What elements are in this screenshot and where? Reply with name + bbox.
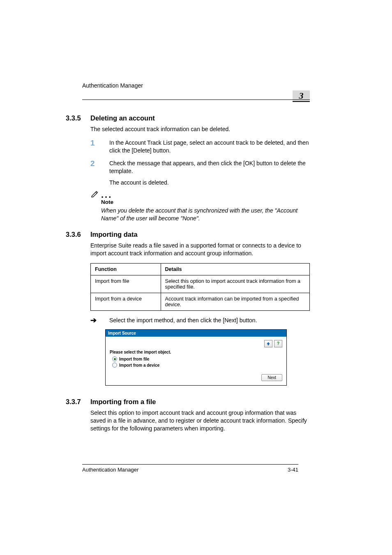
table-row: Import from a device Account track infor… (91, 293, 310, 310)
radio-label: Import from a device (119, 362, 159, 368)
help-button[interactable]: ? (274, 340, 282, 347)
table-cell: Import from a device (91, 293, 161, 310)
body-text: The selected account track information c… (90, 125, 310, 133)
instruction-text: Select the import method, and then click… (109, 317, 257, 324)
note-icon: ... (90, 189, 310, 198)
section-title: Importing from a file (90, 398, 156, 406)
step-number: 1 (90, 139, 109, 147)
next-button[interactable]: Next (261, 374, 282, 381)
step-number: 2 (90, 160, 109, 167)
section-number: 3.3.7 (66, 398, 90, 406)
radio-import-from-file[interactable]: Import from file (112, 356, 282, 362)
table-header: Details (161, 263, 309, 275)
up-level-button[interactable] (264, 340, 272, 347)
ellipsis-icon: ... (101, 192, 112, 198)
step-text: In the Account Track List page, select a… (109, 139, 310, 155)
table-cell: Account track information can be importe… (161, 293, 309, 310)
arrow-icon: ➔ (90, 317, 109, 324)
radio-icon (112, 363, 117, 368)
table-cell: Select this option to import account tra… (161, 275, 309, 293)
radio-icon (112, 356, 117, 361)
chapter-number-box: 3 (293, 90, 310, 102)
section-number: 3.3.6 (66, 231, 90, 238)
body-text: Select this option to import account tra… (90, 409, 310, 432)
header-rule: 3 (82, 90, 310, 102)
note-label: Note (101, 199, 310, 205)
section-title: Deleting an account (90, 114, 155, 122)
step-text: Check the message that appears, and then… (109, 160, 310, 175)
footer-page-number: 3-41 (288, 467, 298, 473)
radio-label: Import from file (119, 356, 149, 362)
dialog-title: Import Source (106, 330, 286, 337)
section-title: Importing data (90, 231, 138, 238)
table-header: Function (91, 263, 161, 275)
footer-left: Authentication Manager (82, 467, 138, 473)
page-footer: Authentication Manager 3-41 (82, 464, 298, 473)
dialog-prompt: Please select the import object. (110, 350, 282, 354)
radio-import-from-device[interactable]: Import from a device (112, 362, 282, 368)
body-text: Enterprise Suite reads a file saved in a… (90, 242, 310, 257)
function-table: Function Details Import from file Select… (90, 263, 310, 311)
import-source-dialog: Import Source ? Please select the import… (105, 329, 287, 386)
note-body: When you delete the account that is sync… (101, 207, 310, 222)
table-cell: Import from file (91, 275, 161, 293)
section-number: 3.3.5 (66, 114, 90, 122)
table-row: Import from file Select this option to i… (91, 275, 310, 293)
step-result: The account is deleted. (109, 179, 310, 187)
running-header: Authentication Manager (82, 82, 310, 89)
